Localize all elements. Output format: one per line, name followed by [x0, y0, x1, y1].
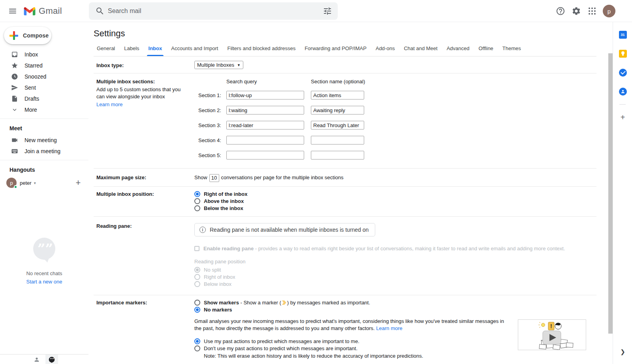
keyboard-icon: [11, 148, 18, 155]
radio-right-of-inbox[interactable]: [194, 191, 200, 197]
tasks-panel-button[interactable]: [613, 63, 632, 82]
radio-below-inbox[interactable]: [194, 205, 200, 211]
new-conversation-button[interactable]: +: [73, 178, 84, 188]
keep-panel-button[interactable]: [613, 44, 632, 63]
reading-pane-notice: i Reading pane is not available when mul…: [194, 223, 375, 236]
sidebar-item-label: Join a meeting: [24, 148, 60, 154]
gmail-logo[interactable]: Gmail: [24, 6, 62, 16]
sections-learn-more-link[interactable]: Learn more: [96, 101, 122, 107]
hangouts-user-row[interactable]: p peter ▾ +: [0, 176, 88, 190]
info-icon: i: [199, 227, 206, 233]
radio-above-inbox[interactable]: [194, 198, 200, 204]
star-icon: [11, 62, 18, 69]
search-icon[interactable]: [95, 6, 105, 16]
get-addons-button[interactable]: +: [613, 108, 632, 127]
account-avatar[interactable]: p: [603, 5, 615, 17]
tab-offline[interactable]: Offline: [476, 45, 497, 56]
search-options-icon[interactable]: [323, 6, 332, 16]
tab-advanced[interactable]: Advanced: [444, 45, 473, 56]
hamburger-icon: [9, 8, 16, 15]
sidebar-divider: [0, 160, 88, 160]
main-scrollbar[interactable]: [608, 53, 613, 334]
hangouts-caret-icon[interactable]: ▾: [34, 181, 36, 185]
person-icon: [34, 356, 40, 363]
hangouts-footer-tab[interactable]: ””: [45, 355, 58, 364]
compose-button[interactable]: Compose: [4, 27, 51, 44]
sidebar-nav: Inbox Starred Snoozed Sent Drafts More M…: [0, 49, 88, 190]
main-menu-button[interactable]: [3, 2, 22, 21]
enable-reading-pane-checkbox[interactable]: [194, 246, 199, 251]
calendar-icon: 31: [619, 31, 627, 39]
sidebar-item-label: New meeting: [24, 137, 57, 143]
sidebar-item-more[interactable]: More: [0, 104, 88, 115]
option-right-of-inbox-pane: Right of inbox: [194, 274, 596, 280]
importance-learn-more-link[interactable]: Learn more: [376, 325, 402, 331]
row-max-page-size: Maximum page size: Show10conversations p…: [94, 169, 596, 187]
video-illustration: !: [518, 320, 586, 350]
importance-video-thumbnail[interactable]: !: [518, 319, 586, 350]
search-bar[interactable]: [89, 2, 338, 20]
section-4-query-input[interactable]: [226, 136, 304, 144]
section-1-query-input[interactable]: [226, 91, 304, 99]
no-chats-message: No recent chats: [0, 270, 88, 276]
tab-filters[interactable]: Filters and blocked addresses: [224, 45, 299, 56]
section-3-query-input[interactable]: [226, 121, 304, 129]
tab-accounts-import[interactable]: Accounts and Import: [168, 45, 221, 56]
hangouts-heading: Hangouts: [0, 163, 88, 176]
search-input[interactable]: [108, 8, 323, 15]
tab-addons[interactable]: Add-ons: [372, 45, 398, 56]
section-4-name-input[interactable]: [311, 136, 364, 144]
contacts-panel-button[interactable]: [613, 82, 632, 101]
section-2-label: Section 2:: [198, 107, 226, 113]
start-new-chat-link[interactable]: Start a new one: [0, 279, 88, 285]
section-3-name-input[interactable]: [311, 121, 364, 129]
mail-footer-tab[interactable]: [30, 355, 43, 364]
radio-right-of-inbox-pane[interactable]: [194, 274, 200, 280]
section-row: Section 5:: [194, 151, 596, 159]
svg-text:””: ””: [50, 357, 54, 361]
sidebar-item-new-meeting[interactable]: New meeting: [0, 135, 88, 146]
section-5-name-input[interactable]: [311, 151, 364, 159]
tab-chat-meet[interactable]: Chat and Meet: [401, 45, 440, 56]
settings-button[interactable]: [571, 6, 581, 16]
section-2-name-input[interactable]: [311, 106, 364, 114]
section-4-label: Section 4:: [198, 137, 226, 143]
importance-note: Note: This will erase action history and…: [204, 353, 596, 360]
hide-side-panel-button[interactable]: ❯: [613, 348, 632, 355]
radio-no-markers[interactable]: [194, 307, 200, 313]
radio-show-markers[interactable]: [194, 300, 200, 306]
help-button[interactable]: [555, 6, 566, 16]
sidebar-item-drafts[interactable]: Drafts: [0, 93, 88, 104]
section-2-query-input[interactable]: [226, 106, 304, 114]
max-page-label: Maximum page size:: [94, 173, 194, 182]
radio-dont-use-past-actions[interactable]: [194, 345, 200, 351]
tab-themes[interactable]: Themes: [499, 45, 524, 56]
videocam-icon: [11, 137, 18, 144]
sidebar-item-sent[interactable]: Sent: [0, 82, 88, 93]
radio-no-split[interactable]: [194, 267, 200, 273]
row-inbox-type: Inbox type: Multiple Inboxes ▼: [94, 56, 596, 73]
section-3-label: Section 3:: [198, 122, 226, 128]
position-label: Multiple inbox position:: [94, 191, 194, 212]
section-5-query-input[interactable]: [226, 151, 304, 159]
right-side-panel: 31 + ❯: [613, 22, 632, 364]
google-apps-button[interactable]: [587, 6, 597, 16]
tab-inbox[interactable]: Inbox: [145, 45, 166, 56]
sidebar-item-inbox[interactable]: Inbox: [0, 49, 88, 60]
gear-icon: [572, 6, 581, 16]
hangouts-icon: ””: [49, 356, 55, 363]
section-1-name-input[interactable]: [311, 91, 364, 99]
calendar-panel-button[interactable]: 31: [613, 25, 632, 44]
select-arrow-icon: ▼: [237, 63, 241, 67]
radio-below-inbox-pane[interactable]: [194, 281, 200, 287]
tab-general[interactable]: General: [94, 45, 118, 56]
sidebar-item-snoozed[interactable]: Snoozed: [0, 71, 88, 82]
sidebar-item-join-meeting[interactable]: Join a meeting: [0, 146, 88, 157]
max-page-value-box[interactable]: 10: [209, 174, 219, 182]
inbox-type-select[interactable]: Multiple Inboxes ▼: [194, 61, 243, 69]
sidebar-item-starred[interactable]: Starred: [0, 60, 88, 71]
radio-use-past-actions[interactable]: [194, 338, 200, 344]
tab-forwarding[interactable]: Forwarding and POP/IMAP: [301, 45, 370, 56]
row-inbox-position: Multiple inbox position: Right of the in…: [94, 187, 596, 217]
tab-labels[interactable]: Labels: [121, 45, 142, 56]
